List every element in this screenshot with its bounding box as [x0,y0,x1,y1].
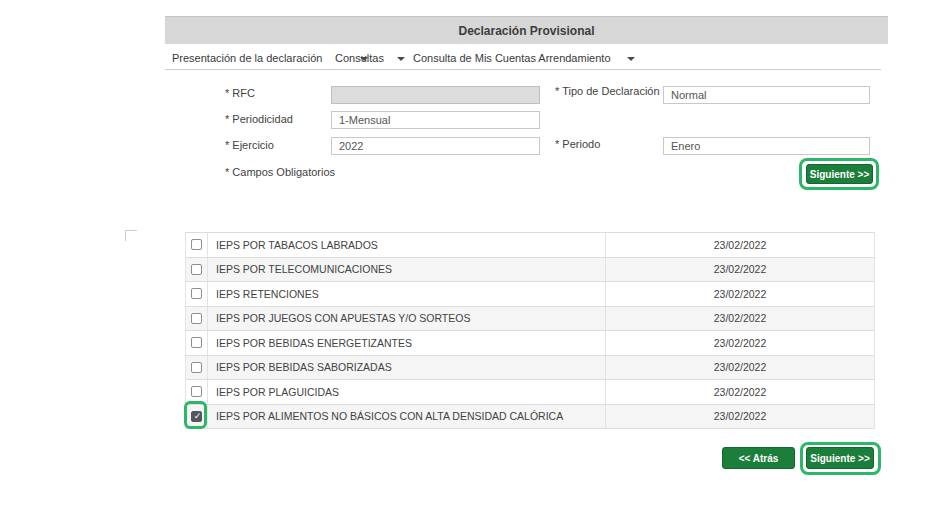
checkbox-cell: ✓ [186,331,208,355]
row-date: 23/02/2022 [606,380,874,404]
table-row: ✓ IEPS POR TELECOMUNICACIONES 23/02/2022 [186,258,874,283]
ieps-concepts-table: ✓ IEPS POR TABACOS LABRADOS 23/02/2022 ✓… [185,232,875,429]
row-checkbox[interactable]: ✓ [191,264,202,275]
row-checkbox[interactable]: ✓ [191,386,202,397]
ejercicio-field[interactable] [331,137,540,155]
row-label: IEPS POR BEBIDAS ENERGETIZANTES [208,331,606,355]
row-date: 23/02/2022 [606,307,874,331]
row-label: IEPS POR PLAGUICIDAS [208,380,606,404]
row-checkbox[interactable]: ✓ [191,313,202,324]
page-title: Declaración Provisional [458,24,594,38]
checkbox-cell: ✓ [186,233,208,257]
periodicidad-label: * Periodicidad [225,113,293,125]
row-checkbox[interactable]: ✓ [191,239,202,250]
table-row: ✓ IEPS POR JUEGOS CON APUESTAS Y/O SORTE… [186,307,874,332]
chevron-down-icon [397,57,405,61]
checkbox-cell: ✓ [186,258,208,282]
row-date: 23/02/2022 [606,356,874,380]
row-checkbox[interactable]: ✓ [191,288,202,299]
row-date: 23/02/2022 [606,331,874,355]
menu-item-label: Presentación de la declaración [172,52,322,64]
menu-divider [165,69,881,70]
checkbox-cell: ✓ [186,405,208,429]
row-date: 23/02/2022 [606,233,874,257]
row-label: IEPS POR JUEGOS CON APUESTAS Y/O SORTEOS [208,307,606,331]
row-date: 23/02/2022 [606,258,874,282]
checkbox-cell: ✓ [186,356,208,380]
checkbox-cell: ✓ [186,282,208,306]
row-checkbox[interactable]: ✓ [191,362,202,373]
checkbox-cell: ✓ [186,380,208,404]
menu-item-label: Consultas [335,52,384,64]
table-row: ✓ IEPS POR BEBIDAS SABORIZADAS 23/02/202… [186,356,874,381]
table-row: ✓ IEPS POR ALIMENTOS NO BÁSICOS CON ALTA… [186,405,874,430]
checkbox-cell: ✓ [186,307,208,331]
table-edge-fragment [125,230,137,241]
row-date: 23/02/2022 [606,405,874,429]
ejercicio-label: * Ejercicio [225,139,274,151]
page-title-bar: Declaración Provisional [165,16,888,44]
row-label: IEPS POR TABACOS LABRADOS [208,233,606,257]
periodo-label: * Periodo [555,138,600,150]
rfc-label: * RFC [225,87,255,99]
campos-obligatorios-note: * Campos Obligatorios [225,166,335,178]
table-row: ✓ IEPS POR PLAGUICIDAS 23/02/2022 [186,380,874,405]
periodo-field[interactable] [663,137,870,155]
table-row: ✓ IEPS POR BEBIDAS ENERGETIZANTES 23/02/… [186,331,874,356]
menu-item-consultas[interactable]: Consultas [335,49,405,67]
table-row: ✓ IEPS POR TABACOS LABRADOS 23/02/2022 [186,233,874,258]
menu-item-label: Consulta de Mis Cuentas Arrendamiento [413,52,611,64]
row-label: IEPS RETENCIONES [208,282,606,306]
tipo-declaracion-field[interactable] [663,86,870,104]
rfc-field[interactable] [331,86,540,104]
footer-siguiente-button[interactable]: Siguiente >> [806,447,874,469]
row-label: IEPS POR ALIMENTOS NO BÁSICOS CON ALTA D… [208,405,606,429]
row-checkbox-selected[interactable]: ✓ [191,411,202,422]
row-checkbox[interactable]: ✓ [191,337,202,348]
menu-item-cuentas-arrendamiento[interactable]: Consulta de Mis Cuentas Arrendamiento [413,49,635,67]
atras-button[interactable]: << Atrás [722,447,795,469]
tipo-declaracion-label: * Tipo de Declaración [555,85,660,97]
table-row: ✓ IEPS RETENCIONES 23/02/2022 [186,282,874,307]
form-siguiente-button[interactable]: Siguiente >> [806,164,873,184]
row-label: IEPS POR BEBIDAS SABORIZADAS [208,356,606,380]
check-icon: ✓ [192,411,203,422]
periodicidad-field[interactable] [331,111,540,129]
row-label: IEPS POR TELECOMUNICACIONES [208,258,606,282]
row-date: 23/02/2022 [606,282,874,306]
page: Declaración Provisional Presentación de … [0,0,950,509]
chevron-down-icon [627,57,635,61]
